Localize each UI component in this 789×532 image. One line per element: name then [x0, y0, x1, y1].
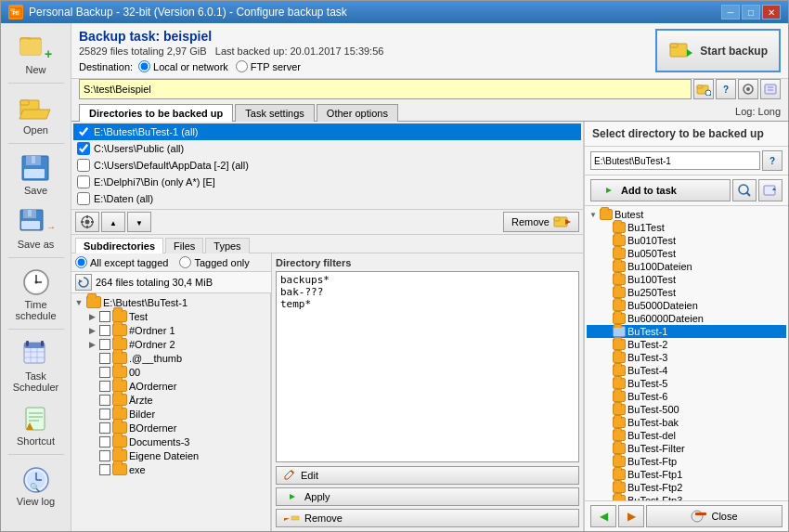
tree-item-documents[interactable]: ▶ Documents-3 [73, 435, 268, 448]
dir-path-input[interactable] [590, 151, 760, 170]
expander-ordner1[interactable]: ▶ [86, 325, 97, 336]
dir-tree-bu050test[interactable]: ▶ Bu050Test [587, 247, 786, 260]
tree-item-root[interactable]: ▼ E:\Butest\BuTest-1 [73, 295, 268, 309]
maximize-button[interactable]: □ [742, 5, 760, 19]
butest-expander[interactable]: ▼ [589, 209, 598, 220]
dir-nav-right-button[interactable] [758, 179, 783, 201]
dir-tree-bu5000dateien[interactable]: ▶ Bu5000Dateien [587, 299, 786, 312]
sub-tab-subdirectories[interactable]: Subdirectories [75, 238, 163, 253]
dir-tree-butest4[interactable]: ▶ BuTest-4 [587, 364, 786, 377]
dir-tree-bu60000dateien[interactable]: ▶ Bu60000Dateien [587, 312, 786, 325]
filter-text-area[interactable]: backups* bak-??? temp* [276, 271, 579, 462]
checkbox-eigene[interactable] [99, 450, 110, 461]
radio-tagged-label[interactable]: Tagged only [179, 256, 249, 268]
dest-path-browse-button[interactable] [693, 79, 714, 99]
sidebar-item-new[interactable]: + New [3, 27, 70, 79]
tree-item-ordner2[interactable]: ▶ #Ordner 2 [73, 337, 268, 351]
expander-root[interactable]: ▼ [73, 297, 84, 308]
tree-item-exe[interactable]: ▶ exe [73, 462, 268, 476]
start-backup-button[interactable]: Start backup [655, 29, 781, 72]
close-button[interactable]: ✕ [762, 5, 781, 19]
dir-tree-butestfilter[interactable]: ▶ BuTest-Filter [587, 442, 786, 455]
dir-tree-root-butest[interactable]: ▼ Butest [587, 208, 786, 221]
sidebar-item-task-scheduler[interactable]: Task Scheduler [3, 333, 70, 396]
close-button[interactable]: Close [646, 505, 783, 527]
sub-tab-files[interactable]: Files [165, 238, 203, 253]
dir-tree-bu100dateien[interactable]: ▶ Bu100Dateien [587, 260, 786, 273]
move-down-button[interactable] [127, 212, 151, 232]
minimize-button[interactable]: ─ [721, 5, 740, 19]
tree-item-thumb[interactable]: ▶ .@__thumb [73, 351, 268, 365]
checkbox-exe[interactable] [99, 464, 110, 475]
tree-item-00[interactable]: ▶ 00 [73, 365, 268, 379]
dir-tree-butestdel[interactable]: ▶ BuTest-del [587, 429, 786, 442]
dir-item-3-checkbox[interactable] [77, 159, 90, 172]
sidebar-item-open[interactable]: Open [3, 87, 70, 139]
dir-item-5-checkbox[interactable] [77, 192, 90, 205]
sidebar-item-time-schedule[interactable]: Time schedule [3, 262, 70, 325]
radio-ftp[interactable]: FTP server [236, 60, 301, 72]
tab-task-settings[interactable]: Task settings [235, 104, 315, 122]
refresh-button[interactable] [75, 274, 92, 291]
sidebar-item-save-as[interactable]: → Save as [3, 201, 70, 253]
dir-item-3[interactable]: C:\Users\Default\AppData [-2] (all) [73, 157, 581, 174]
radio-all-except[interactable] [75, 256, 87, 268]
dir-item-5[interactable]: E:\Daten (all) [73, 190, 581, 207]
dir-nav-next-button[interactable]: ▶ [618, 505, 644, 527]
dir-tree-butest2[interactable]: ▶ BuTest-2 [587, 338, 786, 351]
filter-edit-button[interactable]: Edit [276, 466, 579, 485]
tree-item-arzte[interactable]: ▶ Ärzte [73, 393, 268, 407]
tree-item-test[interactable]: ▶ Test [73, 309, 268, 323]
tree-item-aordner[interactable]: ▶ AOrderner [73, 379, 268, 393]
checkbox-ordner1[interactable] [99, 325, 110, 336]
move-up-button[interactable] [101, 212, 125, 232]
sidebar-item-save[interactable]: Save [3, 148, 70, 200]
tree-item-ordner1[interactable]: ▶ #Ordner 1 [73, 323, 268, 337]
dir-item-2[interactable]: C:\Users\Public (all) [73, 140, 581, 157]
checkbox-aordner[interactable] [99, 381, 110, 392]
tab-directories[interactable]: Directories to be backed up [79, 104, 233, 122]
dir-tree-butestbak[interactable]: ▶ BuTest-bak [587, 416, 786, 429]
radio-tagged[interactable] [179, 256, 191, 268]
dir-item-1[interactable]: E:\Butest\BuTest-1 (all) [73, 123, 581, 140]
dir-tree-butestftp[interactable]: ▶ BuTest-Ftp [587, 455, 786, 468]
dir-item-1-checkbox[interactable] [77, 125, 90, 138]
tree-item-bilder[interactable]: ▶ Bilder [73, 407, 268, 421]
expander-test[interactable]: ▶ [86, 311, 97, 322]
add-to-task-button[interactable]: Add to task [590, 179, 731, 201]
filter-remove-button[interactable]: Remove [276, 509, 579, 527]
dir-nav-prev-button[interactable]: ◀ [590, 505, 616, 527]
sub-tab-types[interactable]: Types [205, 238, 249, 253]
expander-ordner2[interactable]: ▶ [86, 339, 97, 350]
dir-item-4[interactable]: E:\Delphi7\Bin (only A*) [E] [73, 174, 581, 190]
dir-item-4-checkbox[interactable] [77, 175, 90, 188]
tab-other-options[interactable]: Other options [317, 104, 398, 122]
dir-tree-butest500[interactable]: ▶ BuTest-500 [587, 403, 786, 416]
dir-tree-butestftp1[interactable]: ▶ BuTest-Ftp1 [587, 468, 786, 481]
dest-help-button[interactable]: ? [716, 79, 736, 99]
tree-item-eigene[interactable]: ▶ Eigene Dateien [73, 448, 268, 462]
checkbox-ordner2[interactable] [99, 339, 110, 350]
dir-nav-left-button[interactable] [732, 179, 757, 201]
checkbox-arzte[interactable] [99, 395, 110, 406]
tree-item-bordner[interactable]: ▶ BOrderner [73, 421, 268, 435]
dir-path-help-button[interactable]: ? [762, 150, 783, 171]
checkbox-documents[interactable] [99, 436, 110, 448]
checkbox-bordner[interactable] [99, 422, 110, 434]
dir-tree-butestftp2[interactable]: ▶ BuTest-Ftp2 [587, 481, 786, 494]
dir-tree-bu250test[interactable]: ▶ Bu250Test [587, 286, 786, 299]
dir-tree-butest3[interactable]: ▶ BuTest-3 [587, 351, 786, 364]
destination-path-input[interactable] [79, 79, 692, 99]
checkbox-00[interactable] [99, 367, 110, 378]
dir-tree-butestftp3[interactable]: ▶ BuTest-Ftp3 [587, 494, 786, 500]
dir-tree-butest1[interactable]: ▶ BuTest-1 [587, 325, 786, 338]
dest-extra-button[interactable] [760, 79, 781, 99]
sidebar-item-view-log[interactable]: 🔍 View log [3, 459, 70, 511]
dir-item-2-checkbox[interactable] [77, 142, 90, 155]
checkbox-thumb[interactable] [99, 353, 110, 364]
dir-tree-bu1test[interactable]: ▶ Bu1Test [587, 221, 786, 234]
dir-settings-button[interactable] [75, 212, 99, 232]
filter-apply-button[interactable]: Apply [276, 487, 579, 506]
checkbox-test[interactable] [99, 311, 110, 322]
dir-tree-bu010test[interactable]: ▶ Bu010Test [587, 234, 786, 247]
